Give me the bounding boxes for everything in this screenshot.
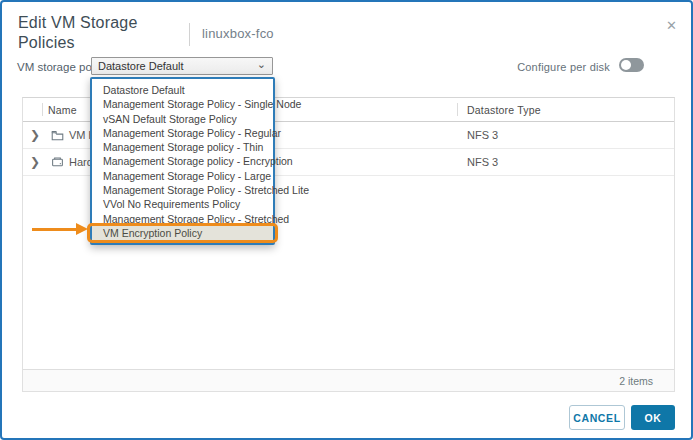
chevron-down-icon: ⌄: [257, 60, 266, 68]
dropdown-option[interactable]: Management Storage Policy - Stretched Li…: [92, 183, 273, 197]
selected-policy-value: Datastore Default: [98, 60, 257, 72]
column-separator: [457, 103, 458, 116]
dropdown-option[interactable]: Management Storage Policy - Stretched: [92, 212, 273, 226]
dropdown-option[interactable]: Management Storage Policy - Regular: [92, 126, 273, 140]
dropdown-option[interactable]: Management Storage policy - Encryption: [92, 154, 273, 168]
expand-chevron-icon[interactable]: ❯: [30, 155, 40, 169]
column-header-name: Name: [48, 104, 77, 116]
dialog-title: Edit VM Storage Policies: [18, 13, 173, 53]
arrow-tail: [32, 228, 77, 232]
header-divider: [189, 23, 190, 46]
arrow-head: [76, 223, 88, 235]
items-count: 2 items: [619, 375, 653, 387]
option-label: VM Encryption Policy: [103, 227, 202, 239]
table-footer: 2 items: [23, 369, 674, 391]
ok-button[interactable]: OK: [631, 405, 675, 430]
dropdown-option[interactable]: Management Storage Policy - Single Node: [92, 97, 273, 111]
folder-icon: [51, 129, 64, 142]
dropdown-option[interactable]: Management Storage Policy - Large: [92, 169, 273, 183]
expand-chevron-icon[interactable]: ❯: [30, 128, 40, 142]
cancel-button[interactable]: CANCEL: [569, 405, 625, 430]
configure-per-disk-label: Configure per disk: [517, 61, 610, 73]
storage-policy-dropdown: Datastore Default Management Storage Pol…: [90, 77, 275, 245]
configure-per-disk-toggle[interactable]: [619, 58, 644, 72]
dropdown-option[interactable]: Management Storage policy - Thin: [92, 140, 273, 154]
vm-name: linuxbox-fco: [202, 26, 274, 41]
dropdown-option[interactable]: VVol No Requirements Policy: [92, 197, 273, 211]
column-separator: [42, 103, 43, 116]
disk-icon: [51, 156, 64, 169]
row-datastore-type: NFS 3: [467, 129, 498, 141]
dropdown-option[interactable]: Datastore Default: [92, 83, 273, 97]
edit-vm-storage-policies-dialog: Edit VM Storage Policies linuxbox-fco ✕ …: [0, 0, 693, 440]
row-datastore-type: NFS 3: [467, 156, 498, 168]
vm-storage-policy-select[interactable]: Datastore Default ⌄: [91, 57, 273, 75]
dropdown-option[interactable]: vSAN Default Storage Policy: [92, 112, 273, 126]
column-header-datastore-type: Datastore Type: [467, 104, 541, 116]
dropdown-option-vm-encryption-policy[interactable]: VM Encryption Policy: [92, 226, 273, 240]
toggle-knob: [621, 60, 631, 70]
close-icon[interactable]: ✕: [666, 18, 677, 33]
annotation-arrow: [32, 223, 88, 235]
